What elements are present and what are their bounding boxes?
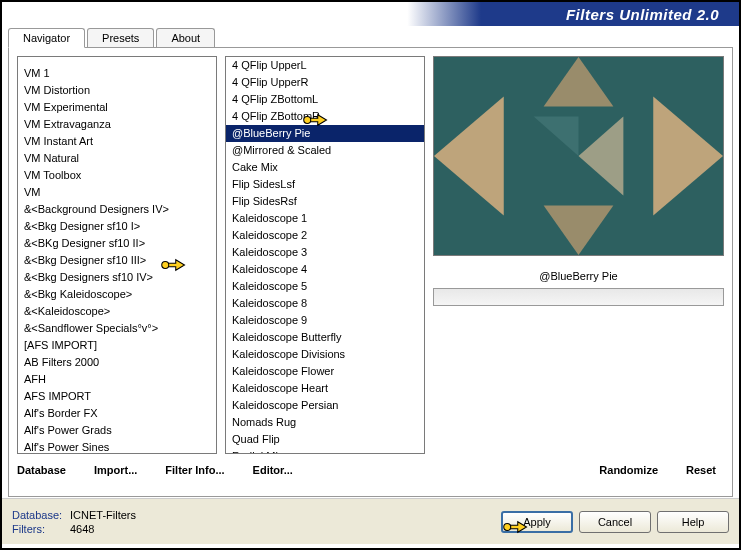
tab-strip: Navigator Presets About: [2, 28, 739, 48]
list-item[interactable]: Flip SidesRsf: [226, 193, 424, 210]
list-item[interactable]: Kaleidoscope 4: [226, 261, 424, 278]
apply-button[interactable]: Apply: [501, 511, 573, 533]
filter-preview: [433, 56, 724, 256]
list-item[interactable]: &<Bkg Designers sf10 IV>: [18, 269, 216, 286]
list-item[interactable]: Kaleidoscope Persian: [226, 397, 424, 414]
reset-button[interactable]: Reset: [686, 464, 716, 476]
footer-database-label: Database:: [12, 509, 70, 521]
cancel-button[interactable]: Cancel: [579, 511, 651, 533]
list-item[interactable]: 4 QFlip ZBottomR: [226, 108, 424, 125]
list-item[interactable]: Kaleidoscope 3: [226, 244, 424, 261]
list-item[interactable]: VM 1: [18, 65, 216, 82]
list-item[interactable]: &<BKg Designer sf10 II>: [18, 235, 216, 252]
list-item[interactable]: Kaleidoscope 5: [226, 278, 424, 295]
preview-filter-name: @BlueBerry Pie: [433, 270, 724, 282]
footer-filters-label: Filters:: [12, 523, 70, 535]
list-item[interactable]: &<Sandflower Specials°v°>: [18, 320, 216, 337]
action-row: Database Import... Filter Info... Editor…: [17, 464, 724, 476]
list-item[interactable]: Flip SidesLsf: [226, 176, 424, 193]
list-item[interactable]: Radial Mirror: [226, 448, 424, 454]
list-item[interactable]: VM Experimental: [18, 99, 216, 116]
editor-button[interactable]: Editor...: [253, 464, 293, 476]
database-button[interactable]: Database: [17, 464, 66, 476]
list-item[interactable]: Kaleidoscope 8: [226, 295, 424, 312]
list-item[interactable]: 4 QFlip ZBottomL: [226, 91, 424, 108]
help-button[interactable]: Help: [657, 511, 729, 533]
filter-info-button[interactable]: Filter Info...: [165, 464, 224, 476]
filter-listbox[interactable]: 4 QFlip UpperL4 QFlip UpperR4 QFlip ZBot…: [225, 56, 425, 454]
list-item[interactable]: @Mirrored & Scaled: [226, 142, 424, 159]
list-item[interactable]: Kaleidoscope Divisions: [226, 346, 424, 363]
list-item[interactable]: Kaleidoscope Heart: [226, 380, 424, 397]
list-item[interactable]: Kaleidoscope 1: [226, 210, 424, 227]
list-item[interactable]: 4 QFlip UpperR: [226, 74, 424, 91]
list-item[interactable]: VM Extravaganza: [18, 116, 216, 133]
list-item[interactable]: VM Distortion: [18, 82, 216, 99]
list-item[interactable]: VM Instant Art: [18, 133, 216, 150]
list-item[interactable]: Kaleidoscope Butterfly: [226, 329, 424, 346]
list-item[interactable]: &<Background Designers IV>: [18, 201, 216, 218]
app-title: Filters Unlimited 2.0: [566, 6, 719, 23]
import-button[interactable]: Import...: [94, 464, 137, 476]
randomize-button[interactable]: Randomize: [599, 464, 658, 476]
list-item[interactable]: Kaleidoscope Flower: [226, 363, 424, 380]
list-item[interactable]: Alf's Power Sines: [18, 439, 216, 454]
list-item[interactable]: &<Bkg Kaleidoscope>: [18, 286, 216, 303]
list-item[interactable]: Kaleidoscope 9: [226, 312, 424, 329]
list-item[interactable]: Alf's Border FX: [18, 405, 216, 422]
tab-panel: VM 1VM DistortionVM ExperimentalVM Extra…: [8, 47, 733, 497]
list-item[interactable]: AFS IMPORT: [18, 388, 216, 405]
list-item[interactable]: Nomads Rug: [226, 414, 424, 431]
list-item[interactable]: &<Bkg Designer sf10 I>: [18, 218, 216, 235]
list-item[interactable]: &<Bkg Designer sf10 III>: [18, 252, 216, 269]
list-item[interactable]: VM: [18, 184, 216, 201]
list-item[interactable]: &<Kaleidoscope>: [18, 303, 216, 320]
footer-bar: Database: ICNET-Filters Filters: 4648 Ap…: [2, 498, 739, 544]
title-bar: Filters Unlimited 2.0: [2, 2, 739, 26]
tab-about[interactable]: About: [156, 28, 215, 48]
tab-presets[interactable]: Presets: [87, 28, 154, 48]
list-item[interactable]: VM Toolbox: [18, 167, 216, 184]
footer-database-value: ICNET-Filters: [70, 509, 136, 521]
list-item[interactable]: VM Natural: [18, 150, 216, 167]
list-item[interactable]: Kaleidoscope 2: [226, 227, 424, 244]
list-item[interactable]: AB Filters 2000: [18, 354, 216, 371]
list-item[interactable]: Cake Mix: [226, 159, 424, 176]
list-item[interactable]: 4 QFlip UpperL: [226, 57, 424, 74]
list-item[interactable]: AFH: [18, 371, 216, 388]
footer-filters-value: 4648: [70, 523, 94, 535]
list-item[interactable]: [AFS IMPORT]: [18, 337, 216, 354]
list-item[interactable]: Quad Flip: [226, 431, 424, 448]
list-item[interactable]: @BlueBerry Pie: [226, 125, 424, 142]
tab-navigator[interactable]: Navigator: [8, 28, 85, 48]
category-listbox[interactable]: VM 1VM DistortionVM ExperimentalVM Extra…: [17, 56, 217, 454]
list-item[interactable]: Alf's Power Grads: [18, 422, 216, 439]
preview-progress-bar: [433, 288, 724, 306]
